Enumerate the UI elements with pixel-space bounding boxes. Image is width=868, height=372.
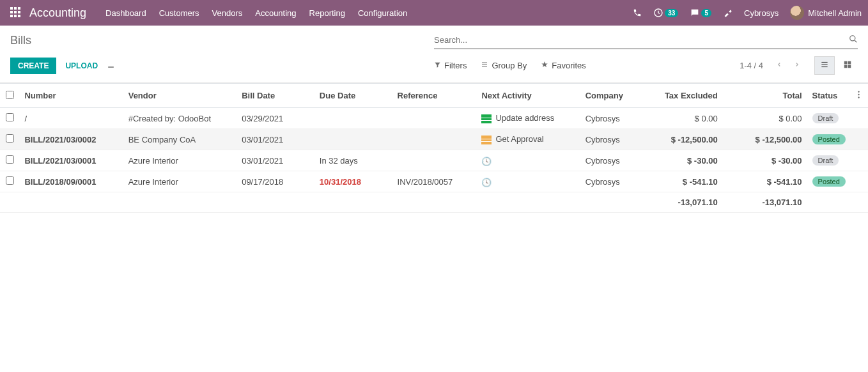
- cell-due-date: [314, 108, 392, 129]
- cell-status: Posted: [807, 129, 853, 150]
- app-title[interactable]: Accounting: [29, 6, 86, 20]
- cell-reference: [392, 108, 477, 129]
- table-row[interactable]: BILL/2018/09/0001Azure Interior09/17/201…: [0, 171, 868, 192]
- svg-point-10: [850, 36, 855, 41]
- svg-rect-6: [10, 15, 13, 17]
- footer-tax-excluded: -13,071.10: [645, 192, 723, 213]
- cell-vendor: Azure Interior: [123, 171, 236, 192]
- filters-label: Filters: [444, 61, 467, 70]
- cell-bill-date: 09/17/2018: [236, 171, 314, 192]
- col-vendor[interactable]: Vendor: [123, 84, 236, 108]
- activity-icon[interactable]: [481, 114, 492, 123]
- avatar: [790, 6, 804, 20]
- col-due-date[interactable]: Due Date: [314, 84, 392, 108]
- status-badge: Posted: [812, 134, 846, 144]
- view-list[interactable]: [814, 56, 835, 75]
- col-next-activity[interactable]: Next Activity: [476, 84, 580, 108]
- cell-vendor: BE Company CoA: [123, 129, 236, 150]
- clock-activity-icon[interactable]: [481, 157, 492, 166]
- group-by-button[interactable]: Group By: [481, 61, 527, 70]
- clock-activity-icon[interactable]: [481, 178, 492, 187]
- cell-number: BILL/2018/09/0001: [19, 171, 123, 192]
- apps-icon[interactable]: [6, 7, 24, 19]
- col-reference[interactable]: Reference: [392, 84, 477, 108]
- top-nav: Accounting Dashboard Customers Vendors A…: [0, 0, 868, 26]
- group-icon: [481, 61, 488, 70]
- cell-bill-date: 03/01/2021: [236, 150, 314, 171]
- user-menu[interactable]: Mitchell Admin: [790, 6, 862, 20]
- favorites-button[interactable]: Favorites: [541, 61, 585, 70]
- table-row[interactable]: BILL/2021/03/0002BE Company CoA03/01/202…: [0, 129, 868, 150]
- col-bill-date[interactable]: Bill Date: [236, 84, 314, 108]
- upload-button[interactable]: UPLOAD: [65, 61, 98, 70]
- chat-icon[interactable]: 5: [690, 8, 711, 18]
- col-company[interactable]: Company: [580, 84, 645, 108]
- clock-badge: 33: [665, 9, 678, 17]
- row-checkbox[interactable]: [6, 176, 14, 185]
- cell-total: $ -541.10: [723, 171, 807, 192]
- phone-icon[interactable]: [633, 8, 642, 17]
- pager-prev[interactable]: [772, 58, 786, 73]
- cell-total: $ -12,500.00: [723, 129, 807, 150]
- svg-rect-20: [848, 65, 851, 68]
- cell-tax-excluded: $ -541.10: [645, 171, 723, 192]
- menu-customers[interactable]: Customers: [159, 8, 199, 18]
- cell-tax-excluded: $ -12,500.00: [645, 129, 723, 150]
- cell-vendor: Azure Interior: [123, 150, 236, 171]
- col-number[interactable]: Number: [19, 84, 123, 108]
- svg-rect-2: [18, 7, 20, 10]
- cell-tax-excluded: $ 0.00: [645, 108, 723, 129]
- download-icon[interactable]: [107, 61, 115, 71]
- svg-point-23: [858, 97, 859, 98]
- col-options[interactable]: [853, 84, 868, 108]
- search-icon[interactable]: [849, 35, 858, 45]
- search-input[interactable]: [434, 33, 849, 47]
- col-tax-excluded[interactable]: Tax Excluded: [645, 84, 723, 108]
- activity-icon[interactable]: [481, 136, 492, 144]
- pager[interactable]: 1-4 / 4: [740, 61, 763, 70]
- wrench-icon[interactable]: [723, 8, 732, 18]
- svg-rect-5: [18, 11, 20, 13]
- create-button[interactable]: CREATE: [10, 58, 56, 74]
- pager-next[interactable]: [790, 58, 804, 73]
- svg-rect-19: [844, 65, 848, 68]
- row-checkbox[interactable]: [6, 155, 14, 164]
- company-name[interactable]: Cybrosys: [744, 8, 779, 18]
- svg-rect-18: [848, 61, 851, 65]
- cell-tax-excluded: $ -30.00: [645, 150, 723, 171]
- row-checkbox[interactable]: [6, 113, 14, 121]
- svg-rect-3: [10, 11, 13, 13]
- svg-rect-7: [14, 15, 17, 17]
- menu-configuration[interactable]: Configuration: [358, 8, 407, 18]
- menu-accounting[interactable]: Accounting: [255, 8, 296, 18]
- star-icon: [541, 61, 548, 70]
- menu-vendors[interactable]: Vendors: [212, 8, 243, 18]
- col-total[interactable]: Total: [723, 84, 807, 108]
- svg-rect-8: [18, 15, 20, 17]
- status-badge: Draft: [812, 113, 839, 123]
- table-row[interactable]: BILL/2021/03/0001Azure Interior03/01/202…: [0, 150, 868, 171]
- row-checkbox[interactable]: [6, 134, 14, 143]
- svg-point-22: [858, 94, 859, 95]
- select-all-checkbox[interactable]: [6, 91, 14, 99]
- cell-activity: [476, 150, 580, 171]
- cell-number: /: [19, 108, 123, 129]
- col-status[interactable]: Status: [807, 84, 853, 108]
- cell-due-date: [314, 129, 392, 150]
- svg-rect-0: [10, 7, 13, 10]
- search-bar[interactable]: [434, 31, 858, 49]
- filters-button[interactable]: Filters: [434, 61, 467, 70]
- table-row[interactable]: /#Created by: OdooBot03/29/2021Update ad…: [0, 108, 868, 129]
- top-menu: Dashboard Customers Vendors Accounting R…: [105, 8, 633, 18]
- svg-point-21: [858, 91, 859, 92]
- cell-total: $ -30.00: [723, 150, 807, 171]
- cell-due-date: In 32 days: [314, 150, 392, 171]
- control-panel: Bills CREATE UPLOAD Filters Group By: [0, 26, 868, 83]
- cell-status: Draft: [807, 108, 853, 129]
- cell-bill-date: 03/01/2021: [236, 129, 314, 150]
- menu-reporting[interactable]: Reporting: [309, 8, 345, 18]
- clock-icon[interactable]: 33: [653, 8, 678, 18]
- cell-vendor: #Created by: OdooBot: [123, 108, 236, 129]
- view-kanban[interactable]: [837, 56, 858, 75]
- menu-dashboard[interactable]: Dashboard: [105, 8, 146, 18]
